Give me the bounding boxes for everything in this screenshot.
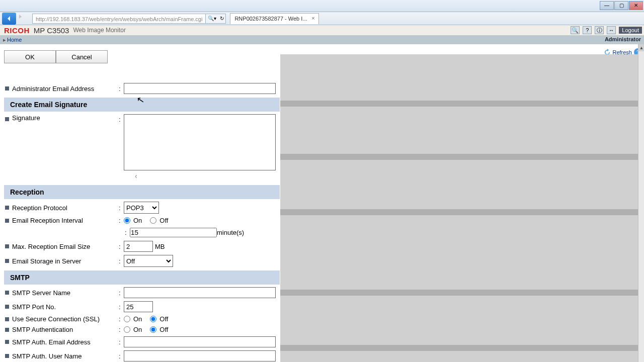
model-name: MP C3503 <box>34 26 69 35</box>
bg-strip <box>280 290 638 296</box>
bg-strip <box>280 154 638 160</box>
maximize-button[interactable]: ▢ <box>614 1 628 10</box>
bg-strip <box>280 209 638 215</box>
radio-off-label: Off <box>159 315 168 323</box>
browser-tab[interactable]: RNP002673582877 - Web I... × <box>230 13 318 24</box>
tab-close-button[interactable]: × <box>310 16 316 22</box>
tab-title: RNP002673582877 - Web I... <box>234 16 307 22</box>
logo: RICOH <box>4 26 30 35</box>
max-size-input[interactable] <box>124 241 153 252</box>
section-signature: Create Email Signature <box>4 98 280 112</box>
bg-strip <box>280 345 638 351</box>
smtp-server-label: SMTP Server Name <box>12 289 119 297</box>
bg-strip <box>280 101 638 107</box>
chevron-left-icon: ‹ <box>4 172 280 183</box>
back-button[interactable] <box>2 13 16 25</box>
scroll-up-icon[interactable]: ▲ <box>638 44 644 51</box>
smtp-port-label: SMTP Port No. <box>12 303 119 311</box>
radio-off-label: Off <box>159 217 168 224</box>
bullet-icon <box>5 219 9 223</box>
caret-icon: ▸ <box>3 37 6 43</box>
smtp-auth-user-input[interactable] <box>124 350 276 361</box>
app-name: Web Image Monitor <box>73 27 126 34</box>
max-size-label: Max. Reception Email Size <box>12 243 119 250</box>
email-settings-form: OK Cancel Administrator Email Address : … <box>4 50 280 362</box>
auth-on-radio[interactable] <box>124 326 130 333</box>
bullet-icon <box>5 291 9 295</box>
search-icon[interactable]: 🔍 <box>571 26 580 34</box>
scrollbar[interactable]: ▲ <box>638 44 644 362</box>
forward-button[interactable] <box>17 14 27 24</box>
bg-panel <box>280 351 638 362</box>
radio-on-label: On <box>133 315 142 323</box>
signature-label: Signature <box>12 114 119 122</box>
current-user: Administrator <box>605 36 641 42</box>
reception-protocol-label: Reception Protocol <box>12 204 119 212</box>
ssl-on-radio[interactable] <box>124 316 130 322</box>
admin-email-label: Administrator Email Address <box>12 85 119 93</box>
storage-select[interactable]: Off <box>124 255 173 267</box>
bullet-icon <box>5 340 9 344</box>
smtp-port-input[interactable] <box>124 301 153 312</box>
address-bar[interactable]: http://192.168.183.37/web/entry/en/websy… <box>32 14 206 24</box>
bullet-icon <box>5 317 9 321</box>
smtp-auth-email-label: SMTP Auth. Email Address <box>12 338 119 346</box>
window-titlebar: — ▢ ✕ <box>0 0 644 12</box>
cancel-button[interactable]: Cancel <box>56 50 108 63</box>
signature-textarea[interactable] <box>124 114 276 170</box>
bg-panel <box>280 107 638 154</box>
email-interval-label: Email Reception Interval <box>12 217 119 224</box>
smtp-auth-label: SMTP Authentication <box>12 326 119 333</box>
bullet-icon <box>5 305 9 309</box>
smtp-server-input[interactable] <box>124 287 276 298</box>
interval-off-radio[interactable] <box>150 217 156 224</box>
interval-minutes-input[interactable] <box>130 228 217 237</box>
minutes-suffix: minute(s) <box>217 229 244 236</box>
logout-button[interactable]: Logout <box>619 27 642 34</box>
bullet-icon <box>5 259 9 263</box>
radio-off-label: Off <box>159 326 168 333</box>
help-icon[interactable]: ? <box>583 26 592 34</box>
radio-on-label: On <box>133 217 142 224</box>
close-window-button[interactable]: ✕ <box>629 1 643 10</box>
browser-toolbar: http://192.168.183.37/web/entry/en/websy… <box>0 12 644 25</box>
bullet-icon <box>5 328 9 332</box>
ssl-off-radio[interactable] <box>150 316 156 322</box>
radio-on-label: On <box>133 326 142 333</box>
bg-panel <box>280 160 638 209</box>
section-reception: Reception <box>4 185 280 199</box>
minimize-button[interactable]: — <box>600 1 614 10</box>
switch-icon[interactable]: ↔ <box>607 26 616 34</box>
breadcrumb-bar: ▸ Home Administrator <box>0 35 644 44</box>
mb-suffix: MB <box>155 243 165 250</box>
reload-button[interactable]: 🔍▾↻ <box>206 14 226 24</box>
bg-panel <box>280 215 638 290</box>
brand-header: RICOH MP C3503 Web Image Monitor <box>0 25 644 35</box>
smtp-auth-email-input[interactable] <box>124 336 276 347</box>
ssl-label: Use Secure Connection (SSL) <box>12 315 119 323</box>
info-icon[interactable]: ⓘ <box>595 26 604 34</box>
admin-email-input[interactable] <box>124 83 276 94</box>
auth-off-radio[interactable] <box>150 326 156 333</box>
ok-button[interactable]: OK <box>4 50 56 63</box>
reception-protocol-select[interactable]: POP3 <box>124 202 159 214</box>
bg-panel <box>280 54 638 101</box>
bg-panel <box>280 296 638 345</box>
storage-label: Email Storage in Server <box>12 257 119 265</box>
bullet-icon <box>5 244 9 248</box>
interval-on-radio[interactable] <box>124 217 130 224</box>
home-link[interactable]: Home <box>7 37 22 43</box>
bullet-icon <box>5 206 9 210</box>
bullet-icon <box>5 117 9 121</box>
section-smtp: SMTP <box>4 270 280 285</box>
bullet-icon <box>5 86 9 90</box>
smtp-auth-user-label: SMTP Auth. User Name <box>12 352 119 360</box>
bullet-icon <box>5 354 9 358</box>
